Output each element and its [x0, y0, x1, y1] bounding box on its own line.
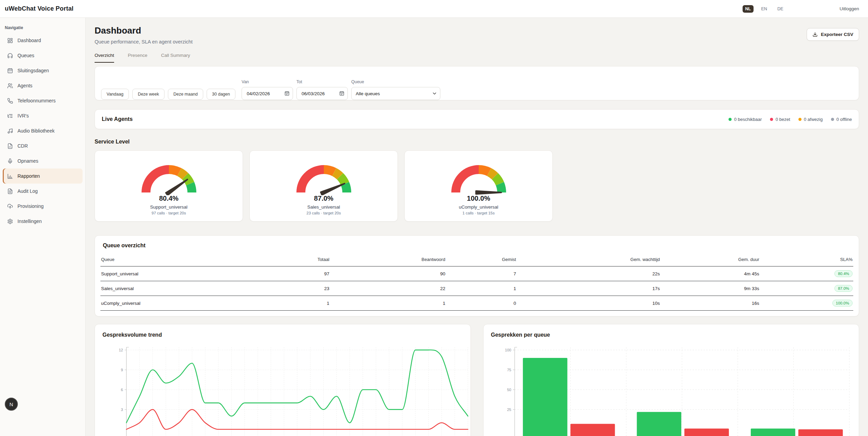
- cell-queue: Sales_universal: [100, 281, 236, 296]
- language-de[interactable]: DE: [775, 5, 786, 13]
- calendar-icon[interactable]: [339, 91, 344, 96]
- sidebar-item-instellingen[interactable]: Instellingen: [3, 214, 83, 229]
- queue-select[interactable]: Alle queues: [351, 87, 440, 100]
- legend-dot: [729, 118, 732, 121]
- cell-totaal: 1: [236, 296, 330, 311]
- column-header-totaal: Totaal: [236, 253, 330, 266]
- sidebar-item-queues[interactable]: Queues: [3, 48, 83, 63]
- sidebar-heading: Navigatie: [5, 25, 85, 30]
- svg-text:75: 75: [507, 368, 511, 372]
- svg-text:12: 12: [119, 348, 123, 352]
- sidebar-item-ivr-s[interactable]: IVR's: [3, 108, 83, 123]
- dashboard-icon: [7, 38, 13, 43]
- sidebar-item-label: Audit Log: [17, 188, 38, 194]
- quick-filter-30-dagen[interactable]: 30 dagen: [207, 89, 235, 100]
- gear-icon: [7, 219, 13, 224]
- sidebar-item-cdr[interactable]: CDR: [3, 138, 83, 153]
- service-level-gauges: 80.4% Support_universal 97 calls · targe…: [95, 150, 859, 222]
- tab-presence[interactable]: Presence: [128, 53, 147, 63]
- sidebar-item-label: Queues: [17, 53, 34, 58]
- sidebar-nav: DashboardQueuesSluitingsdagenAgentsTelef…: [0, 33, 85, 229]
- legend-item-0-beschikbaar: 0 beschikbaar: [729, 117, 762, 122]
- column-header-sla: SLA%: [760, 253, 853, 266]
- sidebar-item-rapporten[interactable]: Rapporten: [3, 169, 83, 184]
- sidebar-item-provisioning[interactable]: Provisioning: [3, 199, 83, 214]
- call-volume-trend-chart: 36912: [95, 324, 470, 436]
- column-header-gem-duur: Gem. duur: [661, 253, 760, 266]
- svg-text:6: 6: [121, 388, 123, 392]
- phone-icon: [7, 98, 13, 104]
- cell-duur: 9m 33s: [661, 281, 760, 296]
- sidebar-item-label: Rapporten: [17, 173, 40, 179]
- sidebar-item-dashboard[interactable]: Dashboard: [3, 33, 83, 48]
- tab-overzicht[interactable]: Overzicht: [95, 53, 114, 63]
- gauge-value: 87.0%: [314, 195, 333, 202]
- language-nl[interactable]: NL: [743, 5, 754, 13]
- download-icon: [812, 32, 818, 37]
- cell-duur: 4m 45s: [661, 266, 760, 281]
- sla-badge: 80.4%: [834, 270, 853, 277]
- column-header-beantwoord: Beantwoord: [330, 253, 446, 266]
- language-en[interactable]: EN: [758, 5, 770, 13]
- avatar[interactable]: N: [5, 398, 18, 411]
- calendar-icon: [7, 68, 13, 74]
- date-from-label: Van: [242, 79, 293, 84]
- gauge-queue-name: Sales_universal: [307, 204, 340, 210]
- file-text-icon: [7, 188, 13, 194]
- sidebar-item-agents[interactable]: Agents: [3, 78, 83, 93]
- microphone-icon: [7, 158, 13, 164]
- sidebar-item-telefoonnummers[interactable]: Telefoonnummers: [3, 93, 83, 108]
- app-title: uWebChat Voice Portal: [5, 5, 74, 12]
- page-subtitle: Queue performance, SLA en agent overzich…: [95, 39, 859, 45]
- date-to-label: Tot: [296, 79, 348, 84]
- calendar-icon[interactable]: [284, 91, 290, 96]
- sidebar-item-audio-bibliotheek[interactable]: Audio Bibliotheek: [3, 123, 83, 138]
- cell-gemist: 0: [446, 296, 517, 311]
- tab-call-summary[interactable]: Call Summary: [161, 53, 190, 63]
- logout-link[interactable]: Uitloggen: [840, 6, 859, 11]
- topbar: uWebChat Voice Portal NLENDE Uitloggen: [0, 0, 868, 18]
- svg-text:9: 9: [121, 368, 123, 372]
- cell-totaal: 23: [236, 281, 330, 296]
- svg-text:25: 25: [507, 408, 511, 412]
- main-content: Dashboard Queue performance, SLA en agen…: [86, 18, 868, 436]
- tab-bar: OverzichtPresenceCall Summary: [95, 53, 859, 63]
- legend-dot: [770, 118, 773, 121]
- sidebar-item-audit-log[interactable]: Audit Log: [3, 184, 83, 199]
- queue-table-header: QueueTotaalBeantwoordGemistGem. wachttij…: [100, 253, 853, 266]
- legend-dot: [831, 118, 834, 121]
- gauge-chart: [444, 157, 513, 195]
- call-volume-trend-card: Gespreksvolume trend 36912: [95, 324, 471, 436]
- table-row-ucomply-universal: uComply_universal11010s16s100.0%: [100, 296, 853, 311]
- users-icon: [7, 83, 13, 89]
- cell-beantwoord: 1: [330, 296, 446, 311]
- quick-filter-deze-week[interactable]: Deze week: [132, 89, 164, 100]
- sidebar-item-label: IVR's: [17, 113, 29, 119]
- language-switcher: NLENDE: [743, 5, 786, 13]
- gauge-sublabel: 1 calls · target 15s: [463, 211, 495, 215]
- gauge-sublabel: 97 calls · target 20s: [151, 211, 186, 215]
- gauge-value: 100.0%: [467, 195, 490, 202]
- queue-overview-title: Queue overzicht: [100, 236, 853, 253]
- queue-overview-card: Queue overzicht QueueTotaalBeantwoordGem…: [95, 235, 859, 316]
- export-csv-label: Exporteer CSV: [821, 32, 853, 37]
- column-header-queue: Queue: [100, 253, 236, 266]
- gauge-card-support-universal: 80.4% Support_universal 97 calls · targe…: [95, 150, 243, 222]
- cell-beantwoord: 22: [330, 281, 446, 296]
- svg-text:50: 50: [507, 388, 511, 392]
- sidebar-item-label: Telefoonnummers: [17, 98, 56, 103]
- gauge-card-sales-universal: 87.0% Sales_universal 23 calls · target …: [249, 150, 398, 222]
- date-from-field: Van: [242, 79, 293, 100]
- quick-filter-vandaag[interactable]: Vandaag: [101, 89, 129, 100]
- cell-gemist: 1: [446, 281, 517, 296]
- date-to-field: Tot: [296, 79, 348, 100]
- sidebar-item-sluitingsdagen[interactable]: Sluitingsdagen: [3, 63, 83, 78]
- calls-per-queue-title: Gesprekken per queue: [491, 332, 550, 338]
- sidebar-item-opnames[interactable]: Opnames: [3, 153, 83, 169]
- quick-filter-deze-maand[interactable]: Deze maand: [168, 89, 203, 100]
- cell-wachttijd: 17s: [517, 281, 661, 296]
- export-csv-button[interactable]: Exporteer CSV: [807, 28, 859, 41]
- queue-select-label: Queue: [351, 79, 440, 84]
- filter-card: VandaagDeze weekDeze maand30 dagen Van T…: [95, 66, 859, 100]
- sidebar-item-label: CDR: [17, 143, 28, 149]
